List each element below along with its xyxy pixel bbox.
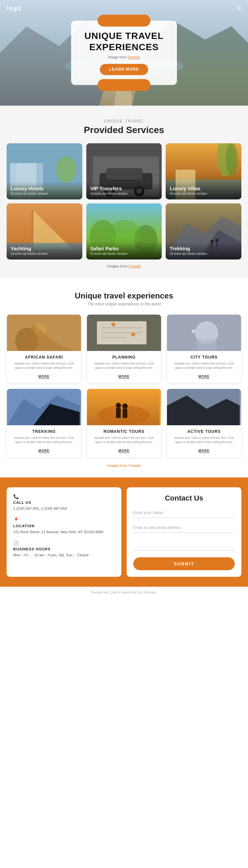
exp-body-african: AFRICAN SAFARI Sample text. Click to sel… <box>7 351 81 383</box>
footer: Sample text. Click to select the Text El… <box>0 587 248 598</box>
services-title: Provided Services <box>7 125 241 135</box>
service-card-trekking[interactable]: Trekking Ut enim ad minim veniam <box>166 204 241 259</box>
services-freepik: Images from Freepik <box>7 264 241 268</box>
hero-bottom-bar <box>98 79 150 91</box>
clock-icon: 🕐 <box>13 540 115 546</box>
exp-img-city <box>167 315 241 351</box>
contact-hours: 🕐 BUSINESS HOURS Mon – Fri … 10 am – 8 p… <box>13 540 115 558</box>
hours-label: BUSINESS HOURS <box>13 547 115 551</box>
exp-text-african: Sample text. Click to select the text bo… <box>10 362 78 370</box>
exp-btn-trekking[interactable]: MORE <box>38 449 50 453</box>
service-card-vip[interactable]: VIP Transfers Ut enim ad minim veniam <box>86 143 162 199</box>
exp-btn-planning[interactable]: MORE <box>118 375 130 379</box>
exp-body-trekking: TREKKING Sample text. Click to select th… <box>7 425 81 457</box>
contact-section: 📞 CALL US 1 (234) 567-891, 1 (234) 987-6… <box>0 477 248 587</box>
exp-card-city[interactable]: CITY TOURS Sample text. Click to select … <box>167 314 241 383</box>
experiences-desc: The most unique experiences in the world <box>7 302 241 306</box>
learn-more-button[interactable]: LEARN MORE <box>100 64 148 75</box>
svg-rect-13 <box>106 168 142 180</box>
phone-icon: 📞 <box>13 494 115 499</box>
service-yachting-desc: Ut enim ad minim veniam <box>10 252 78 255</box>
exp-card-trekking[interactable]: TREKKING Sample text. Click to select th… <box>7 389 81 458</box>
svg-point-20 <box>226 143 238 176</box>
contact-form-title: Contact Us <box>133 494 235 502</box>
service-trekking-title: Trekking <box>170 246 238 251</box>
service-card-villas[interactable]: Luxury Villas Ut enim ad minim veniam <box>166 143 241 199</box>
location-icon: 📍 <box>13 517 115 523</box>
experiences-section: Unique travel experiences The most uniqu… <box>0 278 248 474</box>
exp-img-trekking <box>7 389 81 425</box>
name-input[interactable] <box>133 508 235 518</box>
exp-img-african <box>7 315 81 351</box>
exp-img-romantic <box>87 389 161 425</box>
message-input[interactable] <box>133 537 235 551</box>
service-card-hotels[interactable]: Luxury Hotels Ut enim ad minim veniam <box>7 143 82 199</box>
call-text: 1 (234) 567-891, 1 (234) 987-654 <box>13 506 115 512</box>
svg-rect-51 <box>197 339 217 351</box>
service-trekking-desc: Ut enim ad minim veniam <box>170 252 238 255</box>
service-villas-desc: Ut enim ad minim veniam <box>170 192 238 195</box>
hero-freepik: Image from Freepik <box>84 56 164 59</box>
exp-body-active: ACTIVE TOURS Sample text. Click to selec… <box>167 425 241 457</box>
exp-btn-active[interactable]: MORE <box>198 449 210 453</box>
exp-btn-african[interactable]: MORE <box>38 375 50 379</box>
svg-point-47 <box>111 322 115 327</box>
service-villas-overlay: Luxury Villas Ut enim ad minim veniam <box>166 182 241 199</box>
service-card-safari[interactable]: Safari Parks Ut enim ad minim veniam <box>86 204 162 259</box>
service-hotels-title: Luxury Hotels <box>10 186 78 191</box>
footer-text: Sample text. Click to select the Text El… <box>4 591 244 594</box>
submit-button[interactable]: SUBMIT <box>133 557 235 570</box>
svg-point-9 <box>56 156 76 183</box>
contact-form: Contact Us SUBMIT <box>127 487 241 577</box>
service-yachting-title: Yachting <box>10 246 78 251</box>
logo: logo <box>7 5 22 12</box>
exp-title-african: AFRICAN SAFARI <box>10 355 78 360</box>
exp-card-romantic[interactable]: ROMANTIC TOURS Sample text. Click to sel… <box>87 389 161 458</box>
services-freepik-link[interactable]: Freepik <box>129 264 141 268</box>
exp-text-romantic: Sample text. Click to select the text bo… <box>90 436 158 444</box>
exp-card-planning[interactable]: PLANNING Sample text. Click to select th… <box>87 314 161 383</box>
service-card-yachting[interactable]: Yachting Ut enim ad minim veniam <box>7 204 82 259</box>
exp-title-trekking: TREKKING <box>10 429 78 434</box>
svg-point-48 <box>131 333 135 336</box>
experiences-grid: AFRICAN SAFARI Sample text. Click to sel… <box>7 314 241 458</box>
experiences-title: Unique travel experiences <box>7 291 241 301</box>
exp-title-planning: PLANNING <box>90 355 158 360</box>
exp-img-active <box>167 389 241 425</box>
service-hotels-overlay: Luxury Hotels Ut enim ad minim veniam <box>7 182 82 199</box>
experiences-freepik[interactable]: Images from Freepik <box>7 464 241 467</box>
svg-point-60 <box>122 403 128 409</box>
services-subtitle: UNIQUE TRAVEL <box>7 119 241 123</box>
svg-point-58 <box>116 403 121 408</box>
hero-title: UNIQUE TRAVELEXPERIENCES <box>84 30 164 53</box>
exp-btn-city[interactable]: MORE <box>198 375 210 379</box>
exp-text-trekking: Sample text. Click to select the text bo… <box>10 436 78 444</box>
contact-call: 📞 CALL US 1 (234) 567-891, 1 (234) 987-6… <box>13 494 115 512</box>
location-label: LOCATION <box>13 524 115 528</box>
svg-point-52 <box>192 330 195 333</box>
exp-img-planning <box>87 315 161 351</box>
call-label: CALL US <box>13 500 115 504</box>
service-hotels-desc: Ut enim ad minim veniam <box>10 192 78 195</box>
exp-text-city: Sample text. Click to select the text bo… <box>170 362 238 370</box>
exp-title-city: CITY TOURS <box>170 355 238 360</box>
exp-card-african[interactable]: AFRICAN SAFARI Sample text. Click to sel… <box>7 314 81 383</box>
contact-location: 📍 LOCATION 121 Rock Street, 21 Avenue, N… <box>13 517 115 535</box>
exp-title-romantic: ROMANTIC TOURS <box>90 429 158 434</box>
email-input[interactable] <box>133 523 235 533</box>
service-safari-overlay: Safari Parks Ut enim ad minim veniam <box>86 242 162 259</box>
menu-icon[interactable]: ≡ <box>237 4 241 12</box>
contact-grid: 📞 CALL US 1 (234) 567-891, 1 (234) 987-6… <box>7 487 241 577</box>
freepik-link[interactable]: Freepik <box>128 56 140 59</box>
service-safari-desc: Ut enim ad minim veniam <box>90 252 158 255</box>
service-vip-overlay: VIP Transfers Ut enim ad minim veniam <box>86 182 162 199</box>
exp-btn-romantic[interactable]: MORE <box>118 449 130 453</box>
service-vip-title: VIP Transfers <box>90 186 158 191</box>
contact-info: 📞 CALL US 1 (234) 567-891, 1 (234) 987-6… <box>7 487 121 577</box>
service-yachting-overlay: Yachting Ut enim ad minim veniam <box>7 242 82 259</box>
hours-text: Mon – Fri … 10 am – 8 pm, Sat, Sun… Clos… <box>13 552 115 558</box>
services-grid: Luxury Hotels Ut enim ad minim veniam <box>7 143 241 259</box>
svg-point-64 <box>218 403 222 408</box>
exp-card-active[interactable]: ACTIVE TOURS Sample text. Click to selec… <box>167 389 241 458</box>
exp-body-planning: PLANNING Sample text. Click to select th… <box>87 351 161 383</box>
